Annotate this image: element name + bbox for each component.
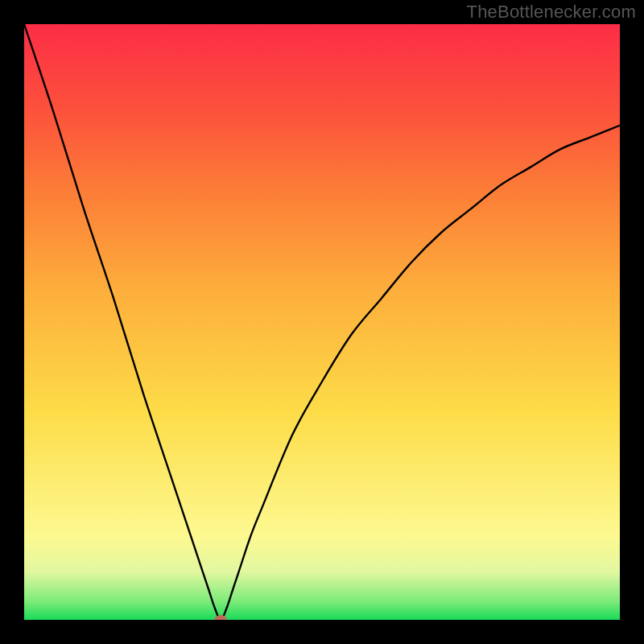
bottleneck-chart (24, 24, 620, 620)
gradient-background (24, 24, 620, 620)
watermark-text: TheBottlenecker.com (467, 2, 636, 23)
chart-frame: TheBottlenecker.com (0, 0, 644, 644)
plot-area (24, 24, 620, 620)
